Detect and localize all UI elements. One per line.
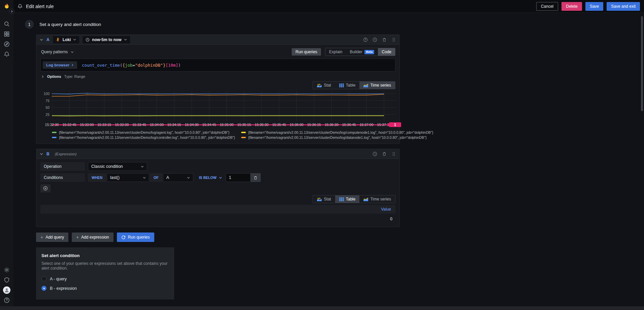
add-expression-button[interactable]: + Add expression: [72, 232, 114, 242]
viz-tab-timeseries[interactable]: Time series: [359, 82, 395, 89]
legend-item[interactable]: {filename="/home/vagrant/v2.00.11.13/ser…: [241, 135, 433, 140]
explore-compass-icon[interactable]: [0, 39, 13, 49]
trash-icon[interactable]: [382, 152, 387, 156]
viz-tab-stat[interactable]: 123 Stat: [313, 82, 335, 89]
run-queries-small-button[interactable]: Run queries: [292, 48, 321, 56]
when-keyword: WHEN: [88, 173, 106, 182]
radio-label: B - expression: [50, 286, 77, 291]
help-icon[interactable]: [0, 295, 13, 305]
clock-icon: [86, 38, 90, 42]
expression-ref-id: B: [46, 152, 50, 156]
editor-mode-group: Explain Builder Beta Code: [325, 48, 395, 56]
delete-button[interactable]: Delete: [561, 2, 582, 11]
legend-item[interactable]: {filename="/home/vagrant/v2.00.11.13/ser…: [52, 135, 235, 140]
datasource-picker[interactable]: Loki: [53, 36, 79, 43]
radio-a-query[interactable]: A - query: [41, 276, 169, 281]
help-circle-icon[interactable]: [363, 37, 368, 42]
viz-tab-timeseries[interactable]: Time series: [359, 195, 395, 203]
page-title: Edit alert rule: [26, 4, 54, 9]
query-token: [10m]: [165, 63, 178, 68]
legend-label: {filename="/home/vagrant/v2.00.11.13/ser…: [248, 135, 427, 140]
query-patterns-dropdown[interactable]: Query patterns: [40, 50, 74, 54]
trash-icon[interactable]: [382, 37, 387, 42]
collapse-chevron-icon[interactable]: [40, 152, 43, 156]
save-button[interactable]: Save: [585, 2, 603, 11]
alert-annotation-marker[interactable]: 1: [389, 122, 401, 127]
alerting-bell-icon[interactable]: [0, 49, 13, 59]
x-tick-label: 15:35:15: [237, 123, 251, 127]
x-tick-label: 15:36:30: [325, 123, 339, 127]
add-query-button[interactable]: + Add query: [36, 232, 68, 242]
x-tick-label: 15:34:00: [150, 123, 164, 127]
x-tick-label: 15:33:00: [80, 123, 94, 127]
stat-icon: 123: [317, 197, 322, 201]
sidebar: [0, 0, 13, 310]
drag-handle-icon[interactable]: [391, 152, 396, 156]
time-range-picker[interactable]: now-5m to now: [83, 36, 130, 43]
result-value: 0: [390, 217, 392, 221]
viz-tab-table[interactable]: Table: [335, 82, 360, 89]
svg-text:123: 123: [317, 197, 320, 199]
main-content: 1 Set a query and alert condition A Loki…: [13, 13, 644, 310]
refresh-icon: [121, 235, 126, 240]
cancel-button[interactable]: Cancel: [536, 2, 558, 11]
dashboards-icon[interactable]: [0, 29, 13, 39]
x-axis: 15:32:3015:32:4515:33:0015:33:1515:33:30…: [52, 122, 395, 128]
table-icon: [339, 84, 344, 87]
chevron-right-icon: [71, 64, 74, 66]
query-code-editor[interactable]: Log browser count_over_time({job="dolphi…: [40, 59, 395, 71]
radio-button[interactable]: [41, 286, 46, 291]
history-icon[interactable]: [373, 152, 377, 156]
reducer-select[interactable]: last(): [107, 173, 149, 182]
chevron-down-icon: [124, 38, 127, 41]
threshold-input[interactable]: [226, 173, 251, 182]
configuration-gear-icon[interactable]: [0, 265, 13, 275]
sidebar-expand-button[interactable]: [9, 9, 14, 14]
chevron-down-icon: [219, 176, 222, 179]
expression-panel-b: B (Expression) Operation Classic conditi…: [36, 149, 400, 227]
legend-item[interactable]: {filename="/home/vagrant/v2.00.11.13/ser…: [241, 130, 433, 134]
series-line: [52, 94, 384, 96]
drag-handle-icon[interactable]: [391, 37, 396, 42]
vertical-scrollbar[interactable]: [641, 16, 643, 111]
radio-button[interactable]: [41, 276, 46, 281]
x-tick-label: 15:36:15: [307, 123, 321, 127]
query-history-icon[interactable]: [373, 37, 377, 42]
save-and-exit-button[interactable]: Save and exit: [607, 2, 640, 11]
builder-toggle[interactable]: Builder Beta: [346, 48, 378, 56]
value-column-header[interactable]: Value: [381, 207, 391, 212]
result-table-header[interactable]: Value: [40, 205, 395, 214]
collapse-chevron-icon[interactable]: [40, 38, 43, 41]
legend-item[interactable]: {filename="/home/vagrant/v2.00.11.13/ser…: [52, 130, 235, 134]
reducer-value: last(): [110, 175, 120, 180]
page-title-group: Edit alert rule: [18, 4, 54, 9]
operation-select[interactable]: Classic condition: [88, 162, 147, 171]
add-condition-button[interactable]: [40, 184, 51, 192]
viz-tab-stat[interactable]: 123 Stat: [313, 195, 335, 203]
evaluator-select[interactable]: IS BELOW: [196, 173, 225, 182]
query-token: ): [178, 63, 181, 68]
log-browser-button[interactable]: Log browser: [43, 61, 77, 69]
query-options-row[interactable]: Options Type: Range: [41, 74, 395, 79]
x-tick-label: 15:35:45: [272, 123, 286, 127]
x-tick-label: 15:34:45: [202, 123, 216, 127]
server-admin-shield-icon[interactable]: [0, 275, 13, 285]
plot-area[interactable]: [52, 91, 395, 121]
topbar: Edit alert rule Cancel Delete Save Save …: [13, 0, 644, 13]
step-1-number: 1: [25, 20, 34, 29]
query-ref-select[interactable]: A: [163, 173, 193, 182]
search-icon[interactable]: [0, 19, 13, 29]
radio-b-expression[interactable]: B - expression: [41, 286, 169, 291]
delete-condition-button[interactable]: [251, 173, 261, 182]
log-browser-label: Log browser: [46, 63, 69, 67]
timeseries-icon: [363, 197, 368, 201]
step-1-title: Set a query and alert condition: [39, 22, 101, 27]
explain-toggle[interactable]: Explain: [325, 48, 346, 56]
viz-tab-table[interactable]: Table: [335, 195, 360, 203]
run-queries-button[interactable]: Run queries: [117, 232, 154, 242]
y-tick-label: 50: [45, 105, 50, 110]
user-avatar[interactable]: [0, 285, 13, 295]
code-toggle[interactable]: Code: [378, 48, 395, 56]
query-expression[interactable]: count_over_time({job="dolphinDB"}[10m]): [78, 59, 185, 71]
query-token: }: [163, 63, 166, 68]
